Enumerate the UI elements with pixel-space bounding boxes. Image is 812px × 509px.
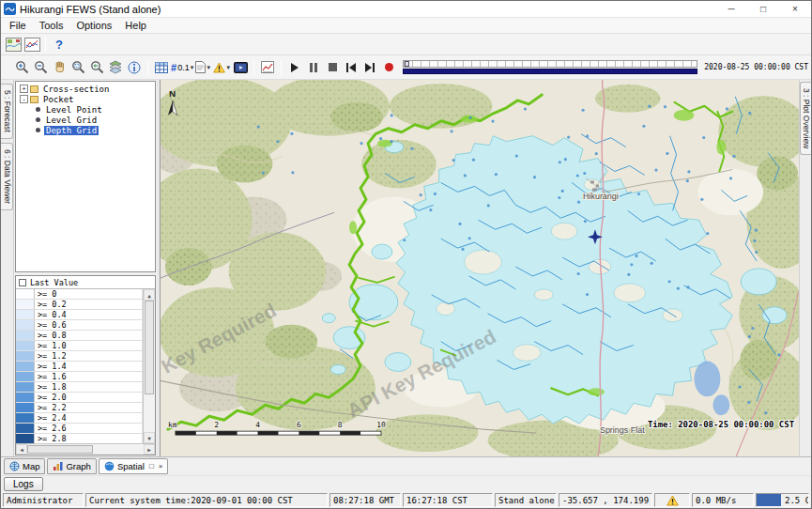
map-display-button[interactable] [4, 35, 23, 54]
panel-maximize-icon[interactable]: □ [149, 462, 154, 470]
scrollbar-thumb[interactable] [145, 301, 154, 394]
legend-row[interactable]: >= 2.6 [16, 424, 143, 434]
close-button[interactable]: × [779, 1, 811, 17]
legend-swatch [16, 382, 35, 392]
legend-horizontal-scrollbar[interactable]: ◀ ▶ [16, 443, 155, 455]
tab-forecast[interactable]: 5 : Forecast [1, 84, 13, 139]
timeline-slider[interactable] [403, 58, 697, 77]
scroll-left-icon[interactable]: ◀ [16, 444, 27, 455]
threshold-dropdown[interactable]: # 0.1 ▾ [171, 58, 193, 77]
tab-data-viewer[interactable]: 6 : Data Viewer [1, 143, 13, 210]
document-dropdown[interactable]: ▾ [193, 58, 212, 77]
titlebar[interactable]: Hikurangi FEWS (Stand alone) ─ □ × [1, 1, 811, 18]
tab-graph[interactable]: Graph [47, 458, 96, 474]
tree-item-level-grid[interactable]: Level Grid [16, 115, 155, 125]
zoom-out-button[interactable] [31, 58, 50, 77]
tab-spatial[interactable]: Spatial □ × [99, 458, 169, 474]
stop-button[interactable] [323, 58, 342, 77]
warning-dropdown[interactable]: ▾ [212, 58, 231, 77]
legend-row[interactable]: >= 2.8 [16, 434, 143, 443]
menu-file[interactable]: File [3, 19, 33, 32]
play-button[interactable] [285, 58, 304, 77]
scroll-right-icon[interactable]: ▶ [144, 444, 155, 455]
menu-help[interactable]: Help [118, 19, 153, 32]
legend-swatch [16, 320, 35, 330]
legend-row[interactable]: >= 1.0 [16, 341, 143, 351]
legend-label: >= 1.8 [35, 382, 143, 392]
tree-item-label: Cross-section [41, 85, 111, 94]
info-button[interactable] [125, 58, 144, 77]
map-canvas[interactable]: Hikurangi Springs Flat API Key Required … [161, 80, 799, 456]
maximize-button[interactable]: □ [747, 1, 779, 17]
warning-icon [666, 495, 679, 506]
map-time-label: Time: 2020-08-25 00:00:00 CST [648, 420, 794, 429]
legend-row[interactable]: >= 0.4 [16, 310, 143, 320]
legend-row[interactable]: >= 0.6 [16, 320, 143, 331]
movie-icon [234, 62, 248, 73]
scrollbar-thumb[interactable] [27, 445, 93, 454]
legend-label: >= 2.2 [35, 403, 143, 412]
first-step-icon [346, 63, 348, 72]
tree-item-depth-grid[interactable]: Depth Grid [16, 125, 155, 135]
scrollbar-track[interactable] [144, 394, 155, 432]
legend-swatch [16, 289, 35, 299]
menu-options[interactable]: Options [69, 19, 118, 32]
layers-button[interactable] [106, 58, 125, 77]
last-value-checkbox[interactable] [19, 279, 26, 286]
tree-item-level-point[interactable]: Level Point [16, 104, 155, 115]
status-network-speed: 0.0 MB/s [692, 493, 754, 507]
legend-vertical-scrollbar[interactable]: ▲ ▼ [143, 289, 155, 443]
grid-display-button[interactable] [152, 58, 171, 77]
pause-icon [310, 63, 317, 72]
legend-row[interactable]: >= 1.2 [16, 351, 143, 362]
scrollbar-track[interactable] [93, 444, 144, 455]
first-step-button[interactable] [342, 58, 360, 77]
menu-tools[interactable]: Tools [33, 19, 70, 32]
status-user: Administrator [3, 493, 84, 507]
zoom-box-button[interactable] [69, 58, 87, 77]
timeline-track[interactable] [403, 60, 697, 68]
tree-item-label: Level Point [44, 105, 104, 115]
legend-row[interactable]: >= 2.0 [16, 393, 143, 403]
timeline-handle[interactable] [405, 61, 409, 67]
document-icon [195, 61, 206, 73]
animation-button[interactable] [231, 58, 250, 77]
tree-item-cross-section[interactable]: +Cross-section [16, 84, 155, 94]
status-warning-cell[interactable] [654, 493, 690, 507]
scroll-down-icon[interactable]: ▼ [144, 432, 155, 443]
tab-map-label: Map [23, 461, 39, 471]
minimize-button[interactable]: ─ [715, 1, 747, 17]
tree-expander-icon[interactable]: + [20, 85, 28, 93]
tab-plot-overview[interactable]: 3 : Plot Overview [800, 82, 811, 155]
tree-item-pocket[interactable]: -Pocket [16, 94, 155, 104]
help-button[interactable]: ? [50, 35, 69, 54]
tree-item-label: Level Grid [44, 116, 99, 125]
panel-close-icon[interactable]: × [159, 462, 163, 470]
legend-row[interactable]: >= 1.6 [16, 372, 143, 382]
tree-expander-icon[interactable]: - [20, 95, 28, 103]
status-memory: 2.5 GB [756, 493, 809, 507]
folder-icon [30, 96, 38, 103]
timeseries-display-button[interactable] [23, 35, 41, 54]
pause-button[interactable] [304, 58, 323, 77]
toolbar-separator [45, 37, 46, 52]
legend-row[interactable]: >= 0.2 [16, 300, 143, 310]
legend-row[interactable]: >= 2.4 [16, 413, 143, 424]
map-label-springs-flat: Springs Flat [600, 425, 645, 435]
legend-row[interactable]: >= 2.2 [16, 403, 143, 413]
legend-swatch [16, 331, 35, 340]
last-step-button[interactable] [360, 58, 379, 77]
tab-map[interactable]: Map [4, 458, 45, 474]
pan-button[interactable] [50, 58, 69, 77]
record-button[interactable] [379, 58, 398, 77]
zoom-previous-button[interactable] [87, 58, 106, 77]
zoom-in-button[interactable] [12, 58, 31, 77]
logs-button[interactable]: Logs [4, 477, 43, 491]
scroll-up-icon[interactable]: ▲ [144, 289, 155, 301]
legend-row[interactable]: >= 1.4 [16, 362, 143, 372]
legend-row[interactable]: >= 0 [16, 289, 143, 300]
profile-button[interactable] [258, 58, 277, 77]
legend-row[interactable]: >= 1.8 [16, 382, 143, 393]
legend-row[interactable]: >= 0.8 [16, 331, 143, 341]
map-panel[interactable]: Hikurangi Springs Flat API Key Required … [160, 80, 799, 456]
